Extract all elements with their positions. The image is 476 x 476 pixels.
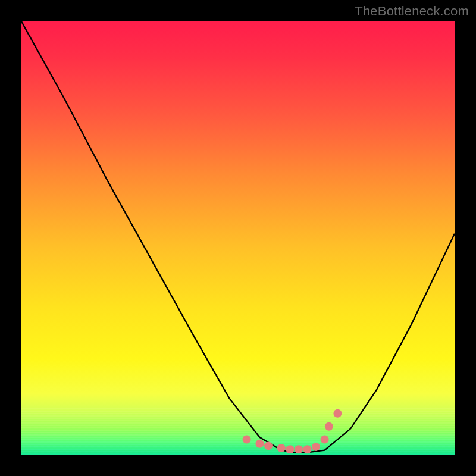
highlight-dot [295, 445, 303, 453]
highlight-dot [303, 445, 312, 453]
chart-svg [21, 21, 455, 455]
highlight-dot [321, 436, 329, 444]
highlight-dot [286, 445, 294, 453]
highlight-dots-group [243, 409, 342, 454]
highlight-dot [264, 441, 273, 450]
chart-frame [21, 21, 455, 455]
highlight-dot [312, 443, 320, 451]
highlight-dot [325, 422, 333, 431]
watermark-text: TheBottleneck.com [355, 4, 469, 19]
highlight-dot [255, 440, 264, 448]
highlight-dot [333, 409, 342, 418]
highlight-dot [277, 444, 286, 452]
highlight-dot [243, 436, 251, 444]
curve-line [21, 21, 455, 452]
